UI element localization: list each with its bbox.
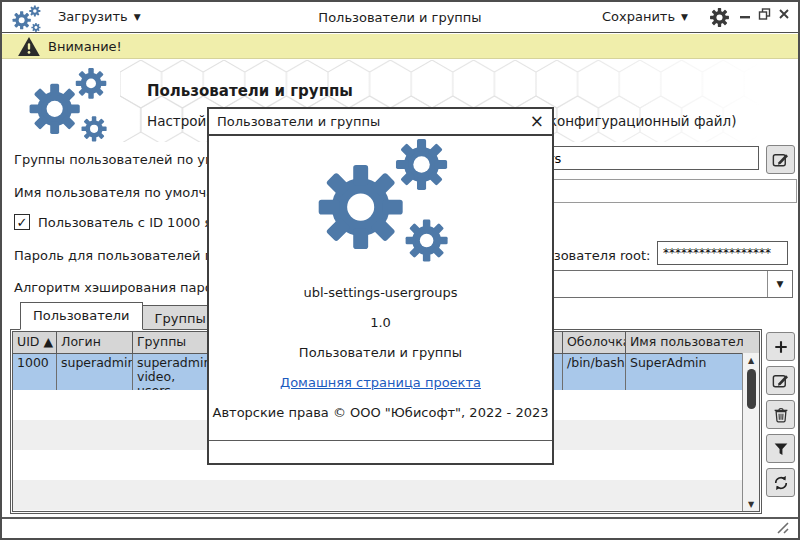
filter-funnel-icon <box>772 440 790 458</box>
column-header-shell[interactable]: Оболочка <box>563 332 626 353</box>
about-app-name: ubl-settings-usergroups <box>209 285 552 300</box>
cell-name: SuperAdmin <box>626 354 743 390</box>
app-window: Загрузить ▼ Пользователи и группы Сохран… <box>0 0 800 540</box>
about-dialog-title: Пользователи и группы <box>217 114 380 129</box>
hash-algorithm-label: Алгоритм хэширования пароля: <box>14 280 233 295</box>
cell-uid: 1000 <box>13 354 57 390</box>
project-homepage-link[interactable]: Домашняя страница проекта <box>209 375 552 390</box>
table-row-empty <box>13 510 759 512</box>
cell-shell: /bin/bash <box>563 354 626 390</box>
scrollbar-thumb[interactable] <box>747 369 756 409</box>
column-header-name[interactable]: Имя пользователя <box>626 332 743 353</box>
warning-text: Внимание! <box>48 39 122 54</box>
edit-user-button[interactable] <box>766 366 795 395</box>
status-bar <box>2 517 798 538</box>
about-gears-icon <box>312 131 454 271</box>
save-menu-button[interactable]: Сохранить ▼ <box>602 9 688 24</box>
trash-icon <box>772 406 790 424</box>
cell-groups: superadmin, video, users, <box>133 354 213 390</box>
table-vertical-scrollbar[interactable]: ▲ ▼ <box>742 353 759 511</box>
about-copyright: Авторские права © ООО "Юбисофт", 2022 - … <box>209 405 552 420</box>
tab-users[interactable]: Пользователи <box>20 302 143 330</box>
page-gears-icon <box>24 64 112 148</box>
filter-button[interactable] <box>766 434 795 463</box>
edit-groups-button[interactable] <box>766 145 795 174</box>
save-menu-label: Сохранить <box>602 9 675 24</box>
column-header-uid[interactable]: UID ▲ <box>13 332 57 353</box>
resize-grip[interactable] <box>774 521 790 535</box>
uid1000-admin-checkbox[interactable]: ✓ <box>14 214 30 230</box>
titlebar: Загрузить ▼ Пользователи и группы Сохран… <box>2 2 798 33</box>
refresh-icon <box>772 474 790 492</box>
page-title: Пользователи и группы <box>147 82 353 100</box>
about-dialog: Пользователи и группы × ubl-settings-use… <box>207 107 554 465</box>
scroll-up-icon[interactable]: ▲ <box>748 353 754 367</box>
about-description: Пользователи и группы <box>209 345 552 360</box>
root-password-input[interactable] <box>657 241 788 265</box>
window-controls <box>739 8 790 20</box>
table-row-empty <box>13 480 759 510</box>
minimize-button[interactable] <box>739 8 751 20</box>
restore-button[interactable] <box>758 8 771 20</box>
scroll-down-icon[interactable]: ▼ <box>748 497 754 511</box>
column-header-login[interactable]: Логин <box>57 332 133 353</box>
check-icon: ✓ <box>17 215 28 230</box>
close-icon[interactable]: × <box>530 111 544 131</box>
plus-icon <box>772 338 790 356</box>
table-tabs: Пользователи Группы <box>20 302 219 330</box>
pencil-square-icon <box>771 371 790 390</box>
refresh-button[interactable] <box>766 468 795 497</box>
settings-gear-icon[interactable] <box>709 7 730 32</box>
about-version: 1.0 <box>209 315 552 330</box>
close-button[interactable] <box>778 8 790 20</box>
cell-login: superadmin <box>57 354 133 390</box>
warning-triangle-icon <box>18 37 40 56</box>
about-footer-divider <box>209 440 552 441</box>
add-user-button[interactable] <box>766 332 795 361</box>
delete-user-button[interactable] <box>766 400 795 429</box>
chevron-down-icon: ▼ <box>681 12 688 22</box>
chevron-down-icon: ▼ <box>767 271 792 297</box>
pencil-square-icon <box>771 150 790 169</box>
warning-banner: Внимание! <box>2 34 798 59</box>
column-header-groups[interactable]: Группы <box>133 332 213 353</box>
